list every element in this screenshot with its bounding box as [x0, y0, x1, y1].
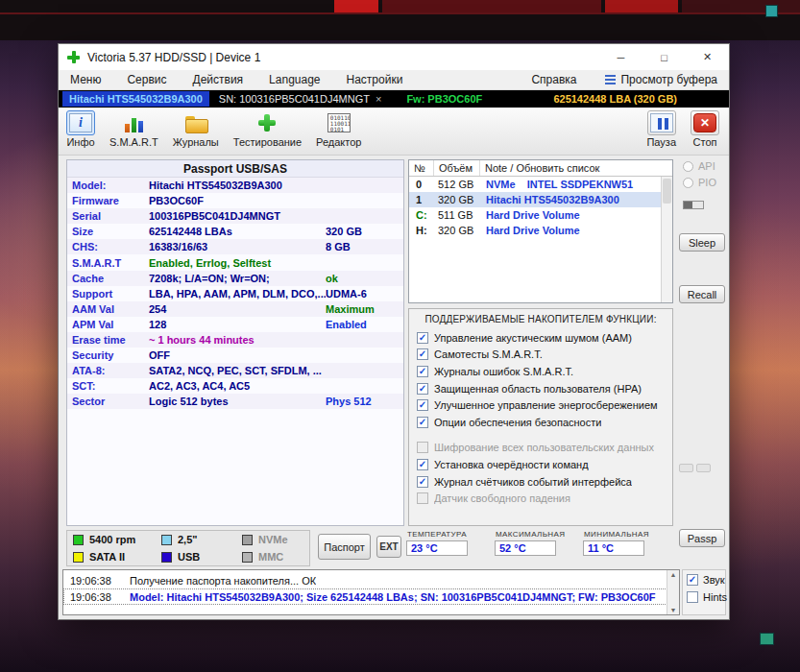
log-side-panel: ✓ Звук Hints	[682, 569, 726, 615]
passport-button[interactable]: Паспорт	[318, 534, 371, 560]
ext-button[interactable]: EXT	[376, 536, 401, 558]
checkbox-icon	[417, 492, 428, 504]
minimize-button[interactable]: ─	[599, 44, 642, 70]
checkbox-icon	[687, 591, 698, 603]
buffer-view-button[interactable]: Просмотр буфера	[605, 73, 717, 86]
legend-color-swatch	[73, 552, 84, 563]
buffer-view-label: Просмотр буфера	[620, 73, 717, 86]
toolbar-info-button[interactable]: Инфо	[66, 110, 95, 148]
toolbar: ИнфоS.M.A.R.TЖурналыТестированиеРедактор…	[59, 108, 729, 156]
function-checkbox-row[interactable]: ✓Управление акустическим шумом (AAM)	[409, 329, 672, 347]
checkbox-icon: ✓	[687, 574, 698, 586]
legend-item: 5400 rpm	[73, 534, 161, 545]
function-checkbox-row[interactable]: ✓Улучшенное управление энергосбережением	[409, 396, 672, 414]
drive-list-panel: № Объём Note / Обновить список 0512 GBNV…	[408, 159, 673, 303]
log-scrollbar[interactable]	[667, 570, 679, 614]
passport-row: SectorLogic 512 bytesPhys 512	[67, 394, 403, 409]
toolbar-testing-button[interactable]: Тестирование	[233, 110, 302, 148]
menu-service[interactable]: Сервис	[127, 73, 166, 86]
sound-checkbox[interactable]: ✓ Звук	[687, 574, 725, 586]
menu-settings[interactable]: Настройки	[347, 73, 403, 86]
drive-row[interactable]: 0512 GBNVMe INTEL SSDPEKNW51	[409, 177, 672, 192]
disabled-mini-button	[679, 464, 693, 472]
function-checkbox-row[interactable]: ✓Опции обеспечения безопасности	[409, 414, 672, 431]
function-checkbox-row: Шифрование всех пользовательских данных	[409, 440, 672, 457]
drive-row[interactable]: C:511 GBHard Drive Volume	[409, 207, 672, 223]
maximize-button[interactable]: □	[642, 44, 686, 70]
recall-button[interactable]: Recall	[679, 285, 725, 303]
journals-icon	[184, 113, 207, 132]
checkbox-icon: ✓	[417, 459, 428, 470]
toolbar-stop-button[interactable]: Стоп	[691, 110, 719, 148]
passport-row: APM Val128Enabled	[67, 317, 403, 332]
checkbox-icon: ✓	[417, 417, 428, 428]
device-serial: SN: 100316PB5C041DJ4MNGT	[219, 93, 370, 105]
victoria-window: Victoria 5.37 HDD/SSD | Device 1 ─ □ ✕ М…	[58, 43, 730, 620]
passport-row: CHS:16383/16/638 GB	[67, 239, 403, 254]
hints-checkbox[interactable]: Hints	[687, 591, 725, 603]
passp-button[interactable]: Passp	[679, 529, 725, 547]
toolbar-journals-button[interactable]: Журналы	[173, 110, 219, 148]
drive-row[interactable]: H:320 GBHard Drive Volume	[409, 223, 672, 238]
checkbox-icon: ✓	[417, 399, 428, 411]
function-checkbox-row[interactable]: ✓Установка очерёдности команд	[409, 456, 672, 473]
toolbar-editor-button[interactable]: Редактор	[316, 110, 361, 148]
temperature-max-value: 52 °C	[495, 540, 556, 556]
checkbox-icon: ✓	[417, 332, 428, 344]
sleep-button[interactable]: Sleep	[679, 233, 725, 252]
menu-help[interactable]: Справка	[531, 73, 576, 86]
temperature-current-value: 23 °C	[406, 540, 468, 556]
toolbar-right-group: Пауза Стоп	[646, 110, 721, 148]
pause-icon	[650, 113, 673, 132]
background-red-block	[334, 0, 378, 12]
radio-icon	[683, 161, 693, 172]
temperature-panel: ТЕМПЕРАТУРА 23 °C МАКСИМАЛЬНАЯ 52 °C МИН…	[406, 529, 673, 567]
background-red-block	[382, 0, 601, 12]
col-note-refresh[interactable]: Note / Обновить список	[480, 160, 672, 176]
function-checkbox-row[interactable]: ✓Самотесты S.M.A.R.T.	[409, 347, 672, 364]
close-button[interactable]: ✕	[686, 44, 729, 70]
temperature-max: МАКСИМАЛЬНАЯ 52 °C	[495, 529, 583, 567]
desktop-artifact	[765, 5, 778, 17]
col-num: №	[409, 160, 434, 176]
passport-row: Erase time~ 1 hours 44 minutes	[67, 332, 403, 348]
menu-language[interactable]: Language	[269, 73, 320, 86]
background-red-line	[0, 12, 800, 14]
background-app-strip	[0, 0, 800, 40]
menu-menu[interactable]: Меню	[70, 73, 101, 86]
device-info-bar: Hitachi HTS545032B9A300 SN: 100316PB5C04…	[59, 90, 729, 108]
drive-row[interactable]: 1320 GBHitachi HTS545032B9A300	[409, 192, 672, 207]
functions-title: ПОДДЕРЖИВАЕМЫЕ НАКОПИТЕЛЕМ ФУНКЦИИ:	[409, 314, 672, 324]
drive-list-scrollbar[interactable]	[661, 177, 672, 302]
test-icon	[255, 113, 279, 132]
toolbar-pause-button[interactable]: Пауза	[646, 110, 676, 148]
temperature-current: ТЕМПЕРАТУРА 23 °C	[406, 529, 495, 567]
device-capacity: 625142448 LBA (320 GB)	[553, 93, 677, 105]
stop-icon	[693, 113, 716, 132]
desktop-artifact	[760, 633, 774, 645]
checkbox-icon: ✓	[417, 476, 428, 488]
log-entry[interactable]: 19:06:38Получение паспорта накопителя...…	[63, 572, 679, 588]
title-bar[interactable]: Victoria 5.37 HDD/SSD | Device 1 ─ □ ✕	[59, 44, 729, 70]
menu-bar: МенюСервисДействияLanguageНастройкиСправ…	[59, 70, 729, 90]
passport-row: SupportLBA, HPA, AAM, APM, DLM, DCO,...U…	[67, 286, 403, 301]
function-checkbox-row[interactable]: ✓Защищенная область пользователя (HPA)	[409, 380, 672, 397]
temperature-min: МИНИМАЛЬНАЯ 11 °C	[583, 529, 671, 567]
background-red-block	[605, 0, 678, 12]
passport-row: Cache7208k; L/A=ON; Wr=ON;ok	[67, 271, 403, 286]
passport-row: SecurityOFF	[67, 348, 403, 363]
passport-row: Size625142448 LBAs320 GB	[67, 224, 403, 239]
function-checkbox-row[interactable]: ✓Журнал счётчиков событий интерфейса	[409, 473, 672, 491]
function-checkbox-row[interactable]: ✓Журналы ошибок S.M.A.R.T.	[409, 363, 672, 380]
window-controls: ─ □ ✕	[599, 44, 729, 70]
device-firmware: Fw: PB3OC60F	[406, 93, 482, 105]
legend-color-swatch	[161, 535, 172, 545]
legend-color-swatch	[242, 552, 253, 563]
passport-row: Model:Hitachi HTS545032B9A300	[67, 178, 403, 193]
device-model-chip[interactable]: Hitachi HTS545032B9A300	[62, 91, 209, 107]
legend-item: NVMe	[242, 534, 305, 545]
close-chip-icon[interactable]: ×	[376, 93, 381, 105]
menu-actions[interactable]: Действия	[193, 73, 244, 86]
toolbar-smart-button[interactable]: S.M.A.R.T	[109, 110, 158, 148]
log-entry[interactable]: 19:06:38Model: Hitachi HTS545032B9A300; …	[63, 588, 679, 605]
